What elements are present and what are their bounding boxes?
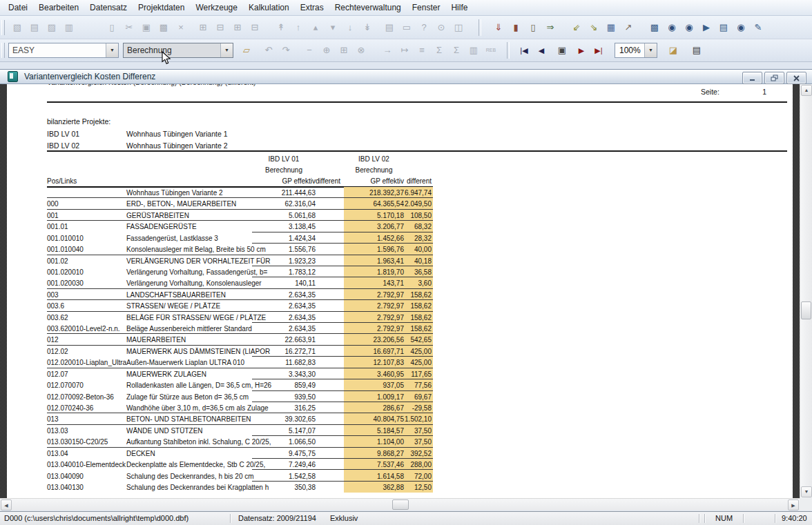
record-export-icon[interactable]: ⇒ (543, 20, 558, 35)
scroll-up-button[interactable]: ▲ (801, 85, 812, 96)
redo-icon[interactable]: ↷ (278, 43, 293, 58)
outline-insert-icon[interactable]: ⊞ (195, 20, 211, 35)
menu-item-extras[interactable]: Extras (295, 1, 329, 14)
undo-icon[interactable]: ↶ (261, 43, 276, 58)
image-view-icon[interactable]: ▨ (44, 20, 59, 35)
row-gp-effektiv-1: 1.556,76 (252, 246, 316, 253)
close-button[interactable] (786, 72, 806, 84)
split-view-icon[interactable]: ◫ (451, 20, 466, 35)
delete-icon[interactable]: × (173, 20, 188, 35)
horizontal-scroll-thumb[interactable] (392, 499, 409, 510)
calculate-icon[interactable]: ▩ (647, 20, 662, 35)
row-pos: 012.07 (47, 370, 126, 378)
print-report-icon[interactable]: ▤ (689, 43, 704, 58)
restore-button[interactable] (764, 72, 784, 84)
copy-report-icon[interactable]: ▣ (554, 43, 570, 58)
sum-total-icon[interactable]: Σ (449, 43, 464, 58)
link-icon[interactable]: ⊕ (319, 43, 334, 58)
last-page-icon[interactable]: ▶| (591, 43, 606, 58)
move-down-icon[interactable]: ↓ (342, 20, 358, 35)
menu-item-bearbeiten[interactable]: Bearbeiten (33, 1, 84, 14)
document-window-title: Variantenvergleich Kosten Differenz (24, 72, 155, 81)
profile-combo-dropdown-icon[interactable]: ▼ (106, 43, 118, 57)
first-page-icon[interactable]: |◀ (516, 43, 532, 58)
grid-view-icon[interactable]: ▦ (603, 20, 619, 35)
properties-icon[interactable]: ▤ (382, 20, 397, 35)
menu-item-werkzeuge[interactable]: Werkzeuge (190, 1, 242, 14)
pos-header: Pos/Links (47, 177, 77, 185)
projects-rule (47, 150, 787, 152)
row-pos: 000 (47, 200, 126, 208)
vertical-scrollbar[interactable]: ▲ ▼ (800, 84, 812, 498)
move-first-icon[interactable]: ↟ (273, 20, 289, 35)
report-view-icon[interactable]: ▤ (27, 20, 42, 35)
indent-subposition-icon[interactable]: ↦ (397, 43, 412, 58)
scroll-left-button[interactable]: ◀ (1, 499, 12, 511)
menu-item-kalkulation[interactable]: Kalkulation (243, 1, 295, 14)
indent-position-icon[interactable]: → (380, 43, 395, 58)
sum-partial-icon[interactable]: Σ (432, 43, 447, 58)
record-edit-icon[interactable]: ▯ (525, 20, 541, 35)
zoom-combo[interactable]: 100%▼ (615, 43, 657, 58)
view-combo-dropdown-icon[interactable]: ▼ (220, 43, 233, 57)
chart-columns-icon[interactable]: ▥ (466, 43, 481, 58)
import-record-icon[interactable]: ⇓ (491, 20, 506, 35)
step-down-icon[interactable]: ▾ (325, 20, 340, 35)
menu-item-datei[interactable]: Datei (3, 1, 33, 14)
catalog-icon[interactable]: ▥ (61, 20, 77, 35)
view-combo[interactable]: Berechnung▼ (123, 43, 233, 58)
search-project-icon[interactable]: ◉ (682, 20, 697, 35)
next-page-icon[interactable]: ▶ (574, 43, 589, 58)
copy-icon[interactable]: ▣ (139, 20, 154, 35)
print-preview-icon[interactable]: ▧ (10, 20, 25, 35)
report-forward-icon[interactable]: ▶ (699, 20, 714, 35)
move-last-icon[interactable]: ↡ (360, 20, 375, 35)
row-different-2: 158,62 (402, 314, 432, 321)
row-gp-effektiv-1: 939,50 (252, 393, 316, 401)
scroll-right-button[interactable]: ▶ (788, 499, 799, 511)
menu-item-fenster[interactable]: Fenster (407, 1, 446, 14)
new-document-icon[interactable]: ▯ (104, 20, 119, 35)
link-all-icon[interactable]: ⊗ (354, 43, 369, 58)
outline-demote-icon[interactable]: ⊟ (247, 20, 262, 35)
vertical-scroll-thumb[interactable] (801, 301, 811, 319)
remove-line-icon[interactable]: − (302, 43, 317, 58)
menu-item-hilfe[interactable]: Hilfe (445, 1, 473, 14)
menu-item-rechteverwaltung[interactable]: Rechteverwaltung (329, 1, 407, 14)
project-1-name: Wohnhaus Tübingen Variante 1 (126, 130, 228, 138)
link-add-icon[interactable]: ⊞ (336, 43, 351, 58)
menu-item-datensatz[interactable]: Datensatz (84, 1, 133, 14)
row-gp-effektiv-1: 1.783,12 (252, 268, 316, 276)
zoom-combo-dropdown-icon[interactable]: ▼ (644, 43, 657, 57)
minimize-button[interactable] (742, 72, 762, 84)
prev-page-icon[interactable]: ◀ (534, 43, 549, 58)
menu-item-projektdaten[interactable]: Projektdaten (133, 1, 190, 14)
help-icon[interactable]: ? (416, 20, 432, 35)
table-row: 012.070092-Beton-36Zulage für Stürze aus… (7, 391, 433, 402)
outline-add-sub-icon[interactable]: ⊟ (213, 20, 228, 35)
search-records-icon[interactable]: ◉ (664, 20, 679, 35)
scroll-down-button[interactable]: ▼ (801, 486, 812, 497)
close-preview-icon[interactable]: ◪ (666, 43, 681, 58)
search-icon[interactable]: ⊙ (434, 20, 449, 35)
profile-combo[interactable]: EASY▼ (8, 43, 119, 58)
table-row: 001.020010Verlängerung Vorhaltung, Fassa… (7, 266, 433, 277)
outline-promote-icon[interactable]: ⊞ (230, 20, 245, 35)
pin-icon[interactable]: ↗ (621, 20, 636, 35)
horizontal-scrollbar[interactable]: ◀ ▶ (0, 498, 800, 511)
move-up-icon[interactable]: ↑ (291, 20, 306, 35)
search-all-icon[interactable]: ◉ (733, 20, 748, 35)
record-book-icon[interactable]: ▮ (508, 20, 523, 35)
list-icon[interactable]: ≡ (414, 43, 429, 58)
document-window-icon[interactable] (8, 71, 18, 82)
distribute-right-icon[interactable]: ⇘ (586, 20, 601, 35)
paste-icon[interactable]: ▩ (156, 20, 171, 35)
step-up-icon[interactable]: ▴ (308, 20, 323, 35)
distribute-left-icon[interactable]: ⇙ (569, 20, 584, 35)
reb-icon[interactable]: REB (483, 43, 499, 58)
print-icon[interactable]: ▭ (399, 20, 414, 35)
open-template-icon[interactable]: ▱ (239, 43, 254, 58)
note-icon[interactable]: ✎ (751, 20, 766, 35)
report-edit-icon[interactable]: ▤ (716, 20, 731, 35)
cut-icon[interactable]: ✂ (122, 20, 137, 35)
